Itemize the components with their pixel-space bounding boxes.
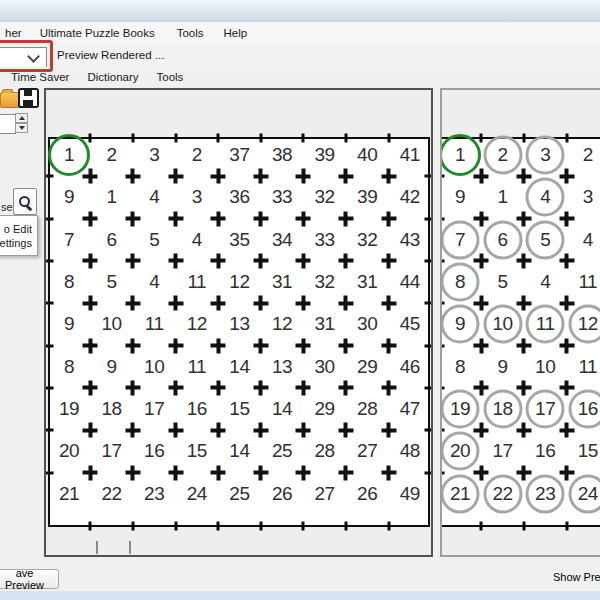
plus-icon	[559, 296, 574, 311]
tick-mark	[440, 429, 445, 432]
menu-bar: her Ultimate Puzzle Books Tools Help	[0, 22, 600, 44]
tick-mark	[259, 134, 262, 143]
plus-icon	[125, 169, 140, 184]
menu-item-publisher[interactable]: her	[2, 27, 25, 39]
grid-number: 39	[315, 144, 335, 166]
grid-number: 38	[272, 144, 292, 166]
h-scrollbar-grip[interactable]	[129, 541, 131, 554]
grid-number: 39	[357, 186, 377, 208]
plus-icon	[338, 380, 353, 395]
tick-mark	[387, 134, 390, 143]
plus-icon	[296, 169, 311, 184]
plus-icon	[125, 296, 140, 311]
edit-settings-line2: ettings	[0, 236, 32, 250]
tick-mark	[344, 134, 347, 143]
preview-rendered-button[interactable]: Preview Rendered ...	[57, 49, 164, 61]
grid-number: 24	[578, 483, 598, 505]
plus-icon	[474, 169, 489, 184]
tick-mark	[440, 259, 445, 262]
grid-number: 33	[315, 229, 335, 251]
menu-item-tools[interactable]: Tools	[174, 27, 207, 39]
solution-preview-panel[interactable]: 1232373839404191433633323942765435343332…	[440, 88, 600, 557]
grid-number: 3	[192, 186, 202, 208]
plus-icon	[211, 338, 226, 353]
grid-number: 7	[455, 229, 465, 251]
grid-number: 28	[315, 440, 335, 462]
grid-number: 7	[64, 229, 74, 251]
puzzle-type-dropdown[interactable]	[0, 47, 47, 69]
tick-mark	[302, 134, 305, 143]
grid-number: 17	[493, 440, 513, 462]
grid-number: 34	[272, 229, 292, 251]
tick-mark	[440, 344, 445, 347]
menu-item-help[interactable]: Help	[221, 27, 251, 39]
save-button[interactable]	[18, 87, 39, 108]
plus-icon	[474, 253, 489, 268]
plus-icon	[516, 380, 531, 395]
grid-number: 12	[187, 313, 207, 335]
tick-mark	[425, 302, 434, 305]
tick-mark	[217, 522, 220, 531]
plus-icon	[125, 380, 140, 395]
plus-icon	[125, 338, 140, 353]
tick-mark	[440, 302, 445, 305]
plus-icon	[125, 465, 140, 480]
menu-item-ultimate-puzzle-books[interactable]: Ultimate Puzzle Books	[37, 27, 158, 39]
stepper-up-button[interactable]	[15, 113, 28, 123]
grid-number: 3	[149, 144, 159, 166]
tick-mark	[425, 344, 434, 347]
save-preview-button[interactable]: ave Preview	[0, 569, 59, 589]
tick-mark	[440, 217, 445, 220]
plus-icon	[253, 253, 268, 268]
grid-number: 31	[272, 271, 292, 293]
tick-mark	[440, 386, 445, 389]
plus-icon	[253, 338, 268, 353]
search-button[interactable]	[13, 188, 37, 215]
number-input[interactable]	[0, 114, 16, 134]
grid-number: 42	[400, 186, 420, 208]
tab-dictionary[interactable]: Dictionary	[83, 69, 142, 85]
search-icon	[18, 195, 32, 209]
grid-number: 33	[272, 186, 292, 208]
plus-icon	[338, 465, 353, 480]
plus-icon	[381, 380, 396, 395]
tick-mark	[45, 217, 54, 220]
plus-icon	[125, 211, 140, 226]
grid-number: 11	[578, 356, 597, 378]
plus-icon	[211, 465, 226, 480]
plus-icon	[211, 380, 226, 395]
grid-number: 21	[450, 483, 470, 505]
edit-settings-button[interactable]: o Edit ettings	[0, 215, 38, 256]
grid-number: 47	[400, 398, 420, 420]
plus-icon	[168, 169, 183, 184]
plus-icon	[559, 380, 574, 395]
tick-mark	[440, 175, 445, 178]
plus-icon	[253, 465, 268, 480]
edit-settings-line1: o Edit	[0, 222, 32, 236]
grid-number: 32	[315, 186, 335, 208]
puzzle-preview-panel[interactable]: 1232373839404191433633323942765435343332…	[44, 88, 433, 557]
grid-number: 41	[400, 144, 420, 166]
stepper-down-button[interactable]	[15, 123, 28, 133]
h-scrollbar-grip[interactable]	[96, 541, 98, 554]
tab-time-saver[interactable]: Time Saver	[7, 69, 73, 85]
grid-number: 18	[102, 398, 122, 420]
plus-icon	[125, 253, 140, 268]
plus-icon	[559, 338, 574, 353]
grid-number: 15	[187, 440, 207, 462]
plus-icon	[253, 211, 268, 226]
plus-icon	[338, 296, 353, 311]
show-preview-button[interactable]: Show Prev	[553, 571, 600, 583]
plus-icon	[516, 423, 531, 438]
tick-mark	[302, 522, 305, 531]
grid-number: 9	[455, 186, 465, 208]
grid-number: 4	[583, 229, 593, 251]
tab-tools[interactable]: Tools	[153, 69, 188, 85]
plus-icon	[168, 423, 183, 438]
grid-number: 10	[493, 313, 513, 335]
tick-mark	[45, 386, 54, 389]
grid-number: 16	[578, 398, 598, 420]
grid-number: 46	[400, 356, 420, 378]
plus-icon	[296, 211, 311, 226]
grid-number: 26	[357, 483, 377, 505]
